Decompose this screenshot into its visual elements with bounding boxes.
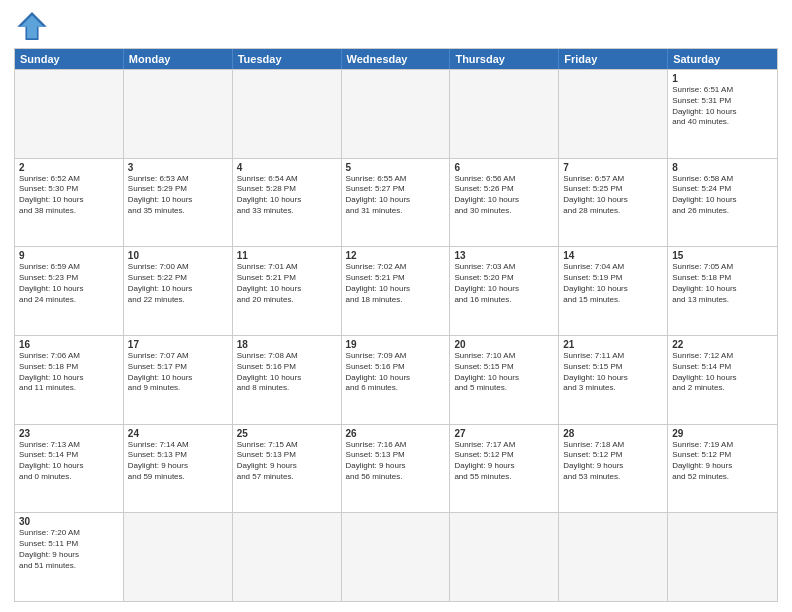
calendar-body: 1Sunrise: 6:51 AM Sunset: 5:31 PM Daylig… — [15, 69, 777, 601]
day-number: 10 — [128, 250, 228, 261]
day-number: 18 — [237, 339, 337, 350]
calendar-row-3: 16Sunrise: 7:06 AM Sunset: 5:18 PM Dayli… — [15, 335, 777, 424]
header-day-thursday: Thursday — [450, 49, 559, 69]
day-number: 17 — [128, 339, 228, 350]
calendar: SundayMondayTuesdayWednesdayThursdayFrid… — [14, 48, 778, 602]
day-number: 29 — [672, 428, 773, 439]
calendar-cell: 20Sunrise: 7:10 AM Sunset: 5:15 PM Dayli… — [450, 336, 559, 424]
logo-icon — [14, 10, 50, 42]
calendar-cell: 4Sunrise: 6:54 AM Sunset: 5:28 PM Daylig… — [233, 159, 342, 247]
logo — [14, 10, 54, 42]
calendar-cell: 22Sunrise: 7:12 AM Sunset: 5:14 PM Dayli… — [668, 336, 777, 424]
day-info: Sunrise: 7:10 AM Sunset: 5:15 PM Dayligh… — [454, 351, 554, 394]
calendar-row-2: 9Sunrise: 6:59 AM Sunset: 5:23 PM Daylig… — [15, 246, 777, 335]
calendar-cell: 13Sunrise: 7:03 AM Sunset: 5:20 PM Dayli… — [450, 247, 559, 335]
calendar-cell — [668, 513, 777, 601]
calendar-row-5: 30Sunrise: 7:20 AM Sunset: 5:11 PM Dayli… — [15, 512, 777, 601]
day-info: Sunrise: 7:01 AM Sunset: 5:21 PM Dayligh… — [237, 262, 337, 305]
day-number: 23 — [19, 428, 119, 439]
calendar-row-4: 23Sunrise: 7:13 AM Sunset: 5:14 PM Dayli… — [15, 424, 777, 513]
day-number: 24 — [128, 428, 228, 439]
day-number: 27 — [454, 428, 554, 439]
calendar-header: SundayMondayTuesdayWednesdayThursdayFrid… — [15, 49, 777, 69]
day-info: Sunrise: 7:11 AM Sunset: 5:15 PM Dayligh… — [563, 351, 663, 394]
calendar-cell — [342, 70, 451, 158]
day-number: 3 — [128, 162, 228, 173]
day-number: 16 — [19, 339, 119, 350]
day-number: 14 — [563, 250, 663, 261]
day-number: 30 — [19, 516, 119, 527]
day-info: Sunrise: 7:12 AM Sunset: 5:14 PM Dayligh… — [672, 351, 773, 394]
calendar-cell: 28Sunrise: 7:18 AM Sunset: 5:12 PM Dayli… — [559, 425, 668, 513]
day-number: 15 — [672, 250, 773, 261]
calendar-cell: 15Sunrise: 7:05 AM Sunset: 5:18 PM Dayli… — [668, 247, 777, 335]
day-info: Sunrise: 6:54 AM Sunset: 5:28 PM Dayligh… — [237, 174, 337, 217]
day-number: 22 — [672, 339, 773, 350]
day-info: Sunrise: 7:02 AM Sunset: 5:21 PM Dayligh… — [346, 262, 446, 305]
header-day-friday: Friday — [559, 49, 668, 69]
day-number: 11 — [237, 250, 337, 261]
day-info: Sunrise: 7:15 AM Sunset: 5:13 PM Dayligh… — [237, 440, 337, 483]
day-number: 5 — [346, 162, 446, 173]
calendar-cell: 10Sunrise: 7:00 AM Sunset: 5:22 PM Dayli… — [124, 247, 233, 335]
day-number: 1 — [672, 73, 773, 84]
calendar-cell: 6Sunrise: 6:56 AM Sunset: 5:26 PM Daylig… — [450, 159, 559, 247]
day-info: Sunrise: 7:19 AM Sunset: 5:12 PM Dayligh… — [672, 440, 773, 483]
day-number: 9 — [19, 250, 119, 261]
calendar-cell: 21Sunrise: 7:11 AM Sunset: 5:15 PM Dayli… — [559, 336, 668, 424]
calendar-cell — [15, 70, 124, 158]
day-info: Sunrise: 7:14 AM Sunset: 5:13 PM Dayligh… — [128, 440, 228, 483]
calendar-cell — [559, 513, 668, 601]
day-info: Sunrise: 7:09 AM Sunset: 5:16 PM Dayligh… — [346, 351, 446, 394]
calendar-cell: 14Sunrise: 7:04 AM Sunset: 5:19 PM Dayli… — [559, 247, 668, 335]
day-info: Sunrise: 7:18 AM Sunset: 5:12 PM Dayligh… — [563, 440, 663, 483]
calendar-cell: 9Sunrise: 6:59 AM Sunset: 5:23 PM Daylig… — [15, 247, 124, 335]
day-number: 7 — [563, 162, 663, 173]
calendar-cell: 5Sunrise: 6:55 AM Sunset: 5:27 PM Daylig… — [342, 159, 451, 247]
day-info: Sunrise: 6:58 AM Sunset: 5:24 PM Dayligh… — [672, 174, 773, 217]
day-number: 12 — [346, 250, 446, 261]
header-day-tuesday: Tuesday — [233, 49, 342, 69]
calendar-cell — [559, 70, 668, 158]
calendar-cell: 29Sunrise: 7:19 AM Sunset: 5:12 PM Dayli… — [668, 425, 777, 513]
day-number: 19 — [346, 339, 446, 350]
day-info: Sunrise: 6:59 AM Sunset: 5:23 PM Dayligh… — [19, 262, 119, 305]
header-day-wednesday: Wednesday — [342, 49, 451, 69]
calendar-cell: 24Sunrise: 7:14 AM Sunset: 5:13 PM Dayli… — [124, 425, 233, 513]
svg-marker-1 — [21, 15, 44, 38]
calendar-row-1: 2Sunrise: 6:52 AM Sunset: 5:30 PM Daylig… — [15, 158, 777, 247]
calendar-cell: 27Sunrise: 7:17 AM Sunset: 5:12 PM Dayli… — [450, 425, 559, 513]
calendar-cell: 19Sunrise: 7:09 AM Sunset: 5:16 PM Dayli… — [342, 336, 451, 424]
day-info: Sunrise: 7:20 AM Sunset: 5:11 PM Dayligh… — [19, 528, 119, 571]
day-info: Sunrise: 7:16 AM Sunset: 5:13 PM Dayligh… — [346, 440, 446, 483]
calendar-cell: 30Sunrise: 7:20 AM Sunset: 5:11 PM Dayli… — [15, 513, 124, 601]
day-number: 26 — [346, 428, 446, 439]
header-day-sunday: Sunday — [15, 49, 124, 69]
day-info: Sunrise: 7:04 AM Sunset: 5:19 PM Dayligh… — [563, 262, 663, 305]
page: SundayMondayTuesdayWednesdayThursdayFrid… — [0, 0, 792, 612]
day-number: 13 — [454, 250, 554, 261]
day-info: Sunrise: 6:52 AM Sunset: 5:30 PM Dayligh… — [19, 174, 119, 217]
day-number: 28 — [563, 428, 663, 439]
calendar-cell: 23Sunrise: 7:13 AM Sunset: 5:14 PM Dayli… — [15, 425, 124, 513]
calendar-cell: 12Sunrise: 7:02 AM Sunset: 5:21 PM Dayli… — [342, 247, 451, 335]
calendar-cell — [124, 513, 233, 601]
day-info: Sunrise: 7:07 AM Sunset: 5:17 PM Dayligh… — [128, 351, 228, 394]
day-info: Sunrise: 6:53 AM Sunset: 5:29 PM Dayligh… — [128, 174, 228, 217]
calendar-cell: 1Sunrise: 6:51 AM Sunset: 5:31 PM Daylig… — [668, 70, 777, 158]
calendar-cell: 18Sunrise: 7:08 AM Sunset: 5:16 PM Dayli… — [233, 336, 342, 424]
day-info: Sunrise: 6:56 AM Sunset: 5:26 PM Dayligh… — [454, 174, 554, 217]
calendar-cell: 2Sunrise: 6:52 AM Sunset: 5:30 PM Daylig… — [15, 159, 124, 247]
day-info: Sunrise: 7:13 AM Sunset: 5:14 PM Dayligh… — [19, 440, 119, 483]
calendar-cell — [450, 70, 559, 158]
day-info: Sunrise: 7:08 AM Sunset: 5:16 PM Dayligh… — [237, 351, 337, 394]
header-day-saturday: Saturday — [668, 49, 777, 69]
calendar-cell — [124, 70, 233, 158]
day-number: 21 — [563, 339, 663, 350]
calendar-cell — [342, 513, 451, 601]
calendar-cell: 8Sunrise: 6:58 AM Sunset: 5:24 PM Daylig… — [668, 159, 777, 247]
calendar-cell: 16Sunrise: 7:06 AM Sunset: 5:18 PM Dayli… — [15, 336, 124, 424]
calendar-cell: 26Sunrise: 7:16 AM Sunset: 5:13 PM Dayli… — [342, 425, 451, 513]
day-number: 25 — [237, 428, 337, 439]
day-info: Sunrise: 7:17 AM Sunset: 5:12 PM Dayligh… — [454, 440, 554, 483]
